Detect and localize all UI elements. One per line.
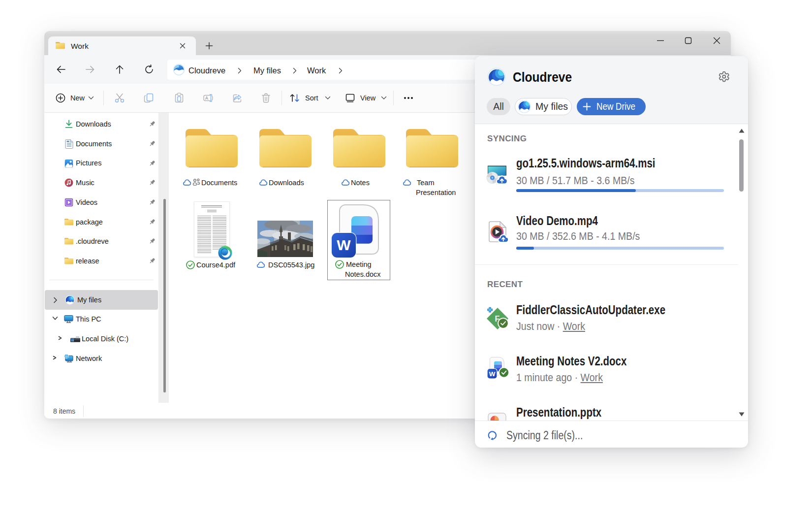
svg-text:W: W	[489, 370, 496, 378]
